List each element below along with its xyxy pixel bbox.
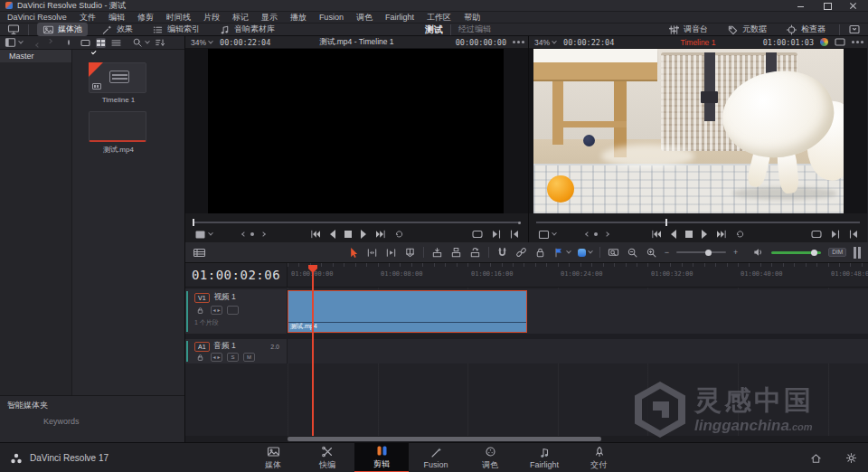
trim-edit-tool[interactable] xyxy=(366,247,378,259)
auto-select-toggle[interactable]: ◄► xyxy=(211,306,222,315)
video-track-header[interactable]: V1 视频 1 ◄► 1 个片段 xyxy=(185,289,288,334)
track-lock-icon[interactable] xyxy=(194,306,206,315)
mixer-button[interactable]: 调音台 xyxy=(663,23,713,36)
view-filmstrip-button[interactable] xyxy=(80,38,90,48)
goto-in-button[interactable] xyxy=(492,230,501,239)
media-pool-button[interactable]: 媒体池 xyxy=(37,23,88,36)
timeline-timecode-display[interactable]: 01:00:02:06 xyxy=(185,263,288,288)
zoom-custom-button[interactable] xyxy=(646,247,657,259)
media-item-timeline-1[interactable]: Timeline 1 xyxy=(89,62,148,104)
solo-button[interactable]: S xyxy=(227,353,239,362)
effects-button[interactable]: 效果 xyxy=(96,23,138,36)
aspect-overlay-select[interactable] xyxy=(194,230,212,240)
scrollbar-thumb[interactable] xyxy=(288,437,601,441)
step-back-button[interactable] xyxy=(670,230,677,239)
panel-expand-icon[interactable] xyxy=(848,24,861,35)
edit-index-button[interactable]: 编辑索引 xyxy=(146,23,205,36)
razor-tool[interactable] xyxy=(404,247,416,259)
timeline-playhead[interactable] xyxy=(312,265,314,436)
menu-view[interactable]: 显示 xyxy=(261,12,278,24)
sound-library-button[interactable]: 音响素材库 xyxy=(213,23,280,36)
track-view-icon[interactable] xyxy=(227,306,239,315)
page-tab-deliver[interactable]: 交付 xyxy=(571,443,626,472)
page-tab-color[interactable]: 调色 xyxy=(463,443,517,472)
flag-button[interactable] xyxy=(553,247,571,259)
loop-button[interactable] xyxy=(735,230,745,239)
audio-meters-toggle[interactable] xyxy=(854,247,861,259)
inspector-button[interactable]: 检查器 xyxy=(780,23,831,36)
insert-clip-button[interactable] xyxy=(431,247,443,259)
page-tab-fusion[interactable]: Fusion xyxy=(409,443,463,472)
back-icon[interactable] xyxy=(33,34,40,51)
cinema-viewer-icon[interactable] xyxy=(7,24,20,35)
viewer-zoom-select[interactable]: 34% xyxy=(191,38,212,47)
position-lock-toggle[interactable] xyxy=(534,247,546,259)
video-thumbnail[interactable] xyxy=(89,111,146,142)
timeline-clip[interactable]: 测试.mp4 xyxy=(288,290,527,333)
metadata-button[interactable]: 元数据 xyxy=(722,23,772,36)
home-icon[interactable] xyxy=(810,453,822,464)
first-frame-button[interactable] xyxy=(310,230,321,239)
last-frame-button[interactable] xyxy=(716,230,727,239)
page-tab-cut[interactable]: 快编 xyxy=(300,443,354,472)
settings-gear-icon[interactable] xyxy=(845,452,857,464)
dim-button[interactable]: DIM xyxy=(828,248,846,258)
viewer-options-icon[interactable] xyxy=(852,41,854,43)
timeline-view-options-icon[interactable] xyxy=(193,247,206,259)
replace-clip-button[interactable] xyxy=(469,247,481,259)
page-tab-edit[interactable]: 剪辑 xyxy=(354,443,409,472)
jog-control[interactable] xyxy=(583,232,609,236)
menu-fairlight[interactable]: Fairlight xyxy=(385,13,414,22)
track-name[interactable]: 音频 1 xyxy=(214,341,236,352)
audio-track-header[interactable]: A1 音频 1 2.0 ◄► S M xyxy=(185,339,288,363)
page-tab-fairlight[interactable]: Fairlight xyxy=(517,443,571,472)
menu-mark[interactable]: 标记 xyxy=(232,12,249,24)
source-scrubber[interactable] xyxy=(193,219,521,226)
smart-bin-keywords[interactable]: Keywords xyxy=(0,411,184,426)
smart-bins-header[interactable]: 智能媒体夹 xyxy=(0,396,184,411)
timeline-ruler[interactable]: 01:00:00:00 01:00:08:00 01:00:16:00 01:0… xyxy=(288,263,868,288)
last-frame-button[interactable] xyxy=(375,230,386,239)
menu-color[interactable]: 调色 xyxy=(356,12,373,24)
marker-button[interactable] xyxy=(578,249,592,257)
monitor-volume-slider[interactable] xyxy=(771,251,821,254)
match-frame-button[interactable] xyxy=(472,230,483,239)
maximize-button[interactable] xyxy=(823,2,831,10)
menu-file[interactable]: 文件 xyxy=(80,12,96,24)
minimize-button[interactable] xyxy=(797,2,805,10)
play-button[interactable] xyxy=(360,230,367,239)
step-back-button[interactable] xyxy=(329,230,336,239)
menu-help[interactable]: 帮助 xyxy=(464,12,480,24)
bin-item-master[interactable]: Master xyxy=(0,50,71,62)
search-icon[interactable] xyxy=(132,37,149,48)
menu-clip[interactable]: 片段 xyxy=(203,12,220,24)
scrubber-playhead[interactable] xyxy=(665,219,667,226)
menu-timeline[interactable]: 时间线 xyxy=(166,12,191,24)
track-lock-icon[interactable] xyxy=(194,353,206,362)
viewer-zoom-select[interactable]: 34% xyxy=(534,38,556,47)
zoom-out-icon[interactable]: − xyxy=(665,249,669,257)
menu-davinci-resolve[interactable]: DaVinci Resolve xyxy=(7,13,67,22)
page-tab-media[interactable]: 媒体 xyxy=(246,443,300,472)
close-button[interactable] xyxy=(849,2,857,10)
forward-icon[interactable] xyxy=(41,40,57,46)
track-name[interactable]: 视频 1 xyxy=(214,292,236,303)
zoom-in-icon[interactable]: + xyxy=(733,249,738,257)
zoom-detail-button[interactable] xyxy=(627,247,638,259)
selection-tool[interactable] xyxy=(347,247,359,259)
menu-fusion[interactable]: Fusion xyxy=(319,13,344,22)
link-clips-toggle[interactable] xyxy=(515,247,527,259)
record-dot-icon[interactable] xyxy=(68,40,70,45)
menu-playback[interactable]: 播放 xyxy=(290,12,307,24)
play-button[interactable] xyxy=(701,230,708,239)
bin-list-toggle-icon[interactable] xyxy=(5,37,23,48)
view-list-button[interactable] xyxy=(111,38,121,48)
menu-edit[interactable]: 编辑 xyxy=(108,12,125,24)
overwrite-clip-button[interactable] xyxy=(450,247,462,259)
match-frame-button[interactable] xyxy=(811,230,822,239)
timeline-zoom-slider[interactable] xyxy=(676,251,726,253)
cinema-mode-icon[interactable] xyxy=(835,38,845,46)
timeline-video-area[interactable] xyxy=(529,49,867,213)
goto-out-button[interactable] xyxy=(510,230,519,239)
menu-workspace[interactable]: 工作区 xyxy=(427,12,451,24)
